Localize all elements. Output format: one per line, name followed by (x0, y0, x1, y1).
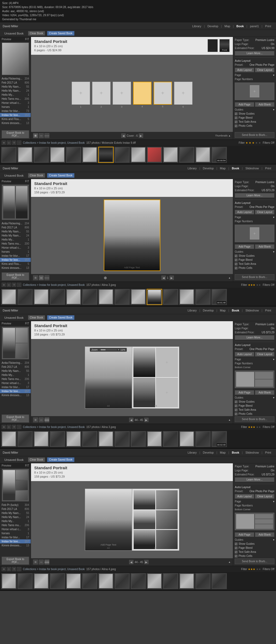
nav-library-2[interactable]: Library (185, 166, 199, 170)
folder-item-2-1[interactable]: Anita Flickering...204 (0, 221, 31, 225)
folder-item-2-11[interactable]: Kims and Flou...5 (0, 262, 31, 266)
fp-4-2[interactable] (17, 573, 33, 589)
fp-4-11[interactable] (163, 573, 178, 589)
rs-learn-more-4[interactable]: Learn More... (235, 477, 274, 482)
fp-3-7[interactable] (98, 431, 114, 447)
export-btn-2[interactable]: Export Book to PDF... (2, 272, 29, 280)
page-prev-3[interactable]: ◀ (129, 418, 133, 422)
fp-4-5[interactable] (66, 573, 81, 589)
fp-2-3[interactable] (33, 289, 49, 305)
fp-2-13[interactable] (195, 289, 211, 305)
fp-3-10[interactable] (147, 431, 162, 447)
rs-page-bleed-cb-1[interactable] (235, 117, 237, 119)
zoom-icon-2[interactable]: ⊕ (104, 276, 107, 280)
rs-photo-cells-cb-1[interactable] (235, 125, 237, 127)
module-icon-2[interactable]: ◫ (7, 141, 11, 145)
fi-4-9[interactable]: instax for blur...17 (0, 535, 31, 539)
nav-slideshow-3[interactable]: Slideshow (243, 308, 261, 313)
folder-item-2-9[interactable]: instax for blur...17 (0, 254, 31, 258)
folder-item-12[interactable]: Kimmi dresses...13 (0, 121, 31, 125)
fi-3-8[interactable]: Instax for boo...157 (0, 389, 31, 393)
filmstrip-photo-1-2[interactable] (17, 147, 33, 163)
fi-3-2[interactable]: Feb 2017 LA806 (0, 365, 31, 369)
filmstrip-photo-1-14[interactable]: 00:00:54 (211, 147, 227, 163)
folder-item-11[interactable]: Kims and Flou...5 (0, 117, 31, 121)
module-icon-3[interactable]: ☰ (12, 141, 16, 145)
fp-4-4[interactable] (50, 573, 65, 589)
filmstrip-photo-1-12[interactable] (179, 147, 195, 163)
filmstrip-photo-1-10[interactable] (147, 147, 162, 163)
create-saved-btn-2[interactable]: Create Saved Book (47, 173, 74, 178)
filmstrip-photo-1-13[interactable] (195, 147, 211, 163)
rs-text-safe-cb-3[interactable] (235, 409, 237, 411)
view-single-icon-3[interactable]: ▭ (39, 417, 44, 422)
nav-print-2[interactable]: Print (263, 166, 273, 170)
view-grid-icon-2[interactable]: ⊞ (33, 275, 38, 280)
view-single-icon-2[interactable]: ▭ (39, 275, 44, 280)
rs-add-blank-3[interactable]: Add Blank (255, 390, 274, 395)
nav-map-1[interactable]: Map (222, 24, 232, 28)
fi-4-6[interactable]: Helo Tams mu...206 (0, 523, 31, 527)
fp-3-2[interactable] (17, 431, 33, 447)
nav-library-3[interactable]: Library (185, 308, 199, 313)
nav-book-2[interactable]: Book (230, 166, 242, 170)
rs-add-page-4[interactable]: Add Page (235, 532, 254, 537)
folder-item-2[interactable]: Feb 2017 LA806 (0, 81, 31, 85)
fi-3-6[interactable]: Horse virtual c...3 (0, 381, 31, 385)
rs-photo-cells-cb-2[interactable] (235, 267, 237, 269)
filmstrip-collection-4[interactable]: Collections > Instax for book project, U… (23, 568, 85, 571)
rs-learn-more-2[interactable]: Learn More... (235, 193, 274, 198)
page-text-label-2[interactable]: Add Page Text (124, 266, 140, 269)
nav-print-4[interactable]: Print (263, 450, 273, 455)
nav-slideshow-1[interactable]: panel1 (248, 24, 261, 28)
filmstrip-photo-1-11[interactable] (163, 147, 178, 163)
fp-4-13[interactable] (195, 573, 211, 589)
fp-3-1[interactable] (1, 431, 17, 447)
fp-4-10[interactable] (147, 573, 162, 589)
thumbnails-toggle-4[interactable]: ▲ (228, 561, 231, 563)
filmstrip-photo-1-6[interactable] (82, 147, 98, 163)
add-page-text-4[interactable]: Add Page Text (101, 543, 116, 546)
nav-map-4[interactable]: Map (218, 450, 228, 455)
filmstrip-photo-1-5[interactable] (66, 147, 81, 163)
nav-develop-1[interactable]: Develop (205, 24, 220, 28)
nav-library-4[interactable]: Library (185, 450, 199, 455)
rs-clear-layout-4[interactable]: Clear Layout (255, 494, 274, 499)
fp-3-12[interactable] (179, 431, 195, 447)
module-icon-3-2[interactable]: ◫ (7, 425, 11, 429)
fp-3-6[interactable] (82, 431, 98, 447)
module-icon-3-1[interactable]: ⊞ (2, 425, 6, 429)
page-thumb-3[interactable]: + 3 (113, 82, 131, 105)
fp-3-14[interactable]: 00:02:40 (211, 431, 227, 447)
rs-clear-layout-3[interactable]: Clear Layout (255, 352, 274, 357)
send-book-btn-2[interactable]: Send Book to Blurb... (235, 274, 274, 280)
rs-page-bleed-cb-3[interactable] (235, 405, 237, 407)
filmstrip-collection-3[interactable]: Collections > Instax for book project, U… (23, 426, 85, 429)
rs-auto-layout-1[interactable]: Auto Layout (235, 68, 254, 72)
fi-4-8[interactable]: horses1 (0, 531, 31, 535)
fi-3-4[interactable]: Hello My...1 (0, 373, 31, 377)
fi-4-3[interactable]: Hello My Nam...55 (0, 511, 31, 515)
filmstrip-photo-1-9[interactable] (130, 147, 146, 163)
rs-page-bleed-cb-4[interactable] (235, 547, 237, 549)
folder-item-2-10[interactable]: Instax for boo...157 (0, 258, 31, 262)
create-saved-btn-4[interactable]: Create Saved Book (47, 457, 74, 462)
view-grid-icon-1[interactable]: ⊞ (33, 133, 38, 138)
page-prev-1[interactable]: ◀ (121, 133, 126, 138)
module-icon-4-2[interactable]: ◫ (7, 567, 11, 571)
rs-learn-more-3[interactable]: Learn More... (235, 335, 274, 340)
folder-item-2-12[interactable]: Kimmi dresses...13 (0, 266, 31, 270)
page-thumb-2[interactable]: + 2 (92, 82, 111, 105)
rs-show-guides-cb-1[interactable] (235, 112, 237, 115)
view-spread-icon-3[interactable]: ▭▭ (44, 417, 49, 422)
module-icon-3-4[interactable]: ⋮ (17, 425, 21, 429)
folder-item-5[interactable]: Hello My...1 (0, 93, 31, 97)
fp-4-7[interactable] (98, 573, 114, 589)
filmstrip-photo-1-1[interactable] (1, 147, 17, 163)
rs-add-blank-4[interactable]: Add Blank (255, 532, 274, 537)
folder-item-2-8[interactable]: horses1 (0, 250, 31, 254)
clear-book-btn-1[interactable]: Clear Book (28, 31, 45, 36)
clear-book-btn-3[interactable]: Clear Book (28, 315, 45, 320)
module-icon-2-3[interactable]: ☰ (12, 283, 16, 287)
fp-2-7[interactable] (98, 289, 114, 305)
